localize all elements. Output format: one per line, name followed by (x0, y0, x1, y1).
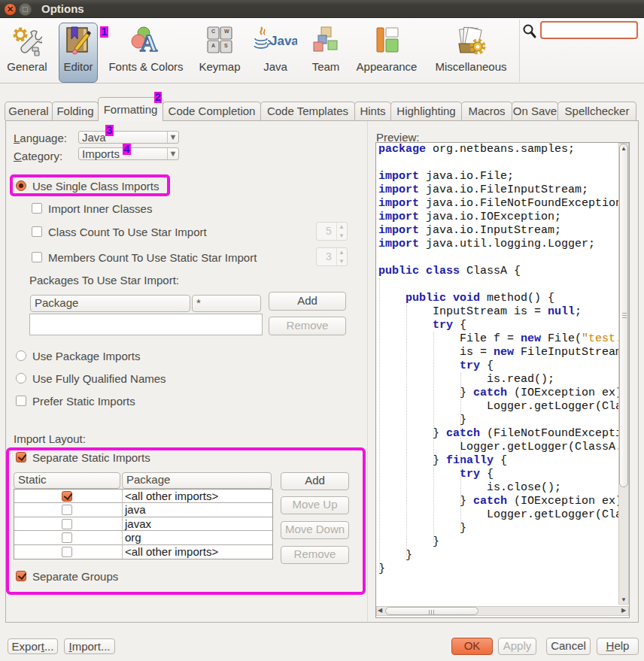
svg-text:S: S (224, 43, 228, 48)
svg-text:A: A (140, 29, 157, 56)
svg-text:C: C (211, 29, 215, 34)
svg-text:W: W (224, 29, 229, 34)
svg-text:A: A (211, 43, 215, 48)
svg-text:Java: Java (270, 34, 297, 48)
